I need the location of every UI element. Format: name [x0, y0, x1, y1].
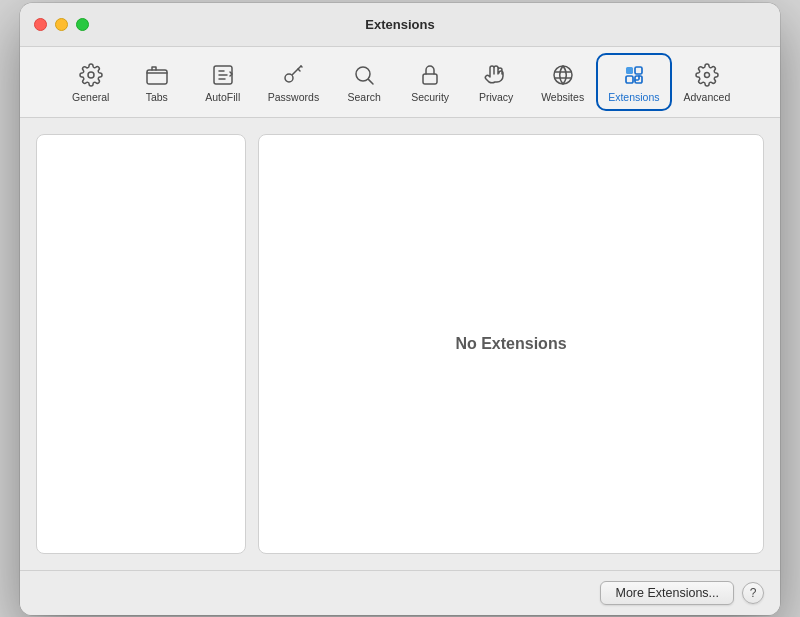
maximize-button[interactable]: [76, 18, 89, 31]
extensions-list-panel: [36, 134, 246, 554]
tab-search-label: Search: [348, 91, 381, 103]
globe-icon: [549, 61, 577, 89]
svg-rect-8: [635, 67, 642, 74]
lock-icon: [416, 61, 444, 89]
no-extensions-label: No Extensions: [455, 335, 566, 353]
svg-point-11: [704, 72, 709, 77]
tab-extensions-label: Extensions: [608, 91, 659, 103]
minimize-button[interactable]: [55, 18, 68, 31]
svg-point-3: [285, 74, 293, 82]
tab-tabs[interactable]: Tabs: [126, 55, 188, 109]
tab-passwords-label: Passwords: [268, 91, 319, 103]
tabs-icon: [143, 61, 171, 89]
advanced-gear-icon: [693, 61, 721, 89]
tab-privacy[interactable]: Privacy: [465, 55, 527, 109]
tab-extensions[interactable]: Extensions: [598, 55, 669, 109]
svg-rect-7: [626, 67, 633, 74]
main-window: Extensions General Tabs: [20, 3, 780, 615]
tab-tabs-label: Tabs: [146, 91, 168, 103]
svg-rect-9: [626, 76, 633, 83]
more-extensions-button[interactable]: More Extensions...: [600, 581, 734, 605]
tab-advanced-label: Advanced: [684, 91, 731, 103]
hand-icon: [482, 61, 510, 89]
autofill-icon: [209, 61, 237, 89]
tab-autofill-label: AutoFill: [205, 91, 240, 103]
toolbar: General Tabs AutoFill: [20, 47, 780, 118]
traffic-lights: [34, 18, 89, 31]
gear-icon: [77, 61, 105, 89]
svg-point-4: [356, 67, 370, 81]
extensions-detail-panel: No Extensions: [258, 134, 764, 554]
svg-point-0: [88, 72, 94, 78]
key-icon: [279, 61, 307, 89]
window-title: Extensions: [365, 17, 434, 32]
tab-websites[interactable]: Websites: [531, 55, 594, 109]
svg-rect-5: [423, 74, 437, 84]
tab-search[interactable]: Search: [333, 55, 395, 109]
help-button[interactable]: ?: [742, 582, 764, 604]
close-button[interactable]: [34, 18, 47, 31]
tab-general-label: General: [72, 91, 109, 103]
tab-privacy-label: Privacy: [479, 91, 513, 103]
tab-websites-label: Websites: [541, 91, 584, 103]
svg-point-6: [554, 66, 572, 84]
extension-icon: [620, 61, 648, 89]
tab-autofill[interactable]: AutoFill: [192, 55, 254, 109]
tab-security[interactable]: Security: [399, 55, 461, 109]
tab-general[interactable]: General: [60, 55, 122, 109]
tab-passwords[interactable]: Passwords: [258, 55, 329, 109]
tab-security-label: Security: [411, 91, 449, 103]
tab-advanced[interactable]: Advanced: [674, 55, 741, 109]
svg-rect-1: [147, 70, 167, 84]
content-area: No Extensions: [20, 118, 780, 570]
search-icon: [350, 61, 378, 89]
footer: More Extensions... ?: [20, 570, 780, 615]
title-bar: Extensions: [20, 3, 780, 47]
